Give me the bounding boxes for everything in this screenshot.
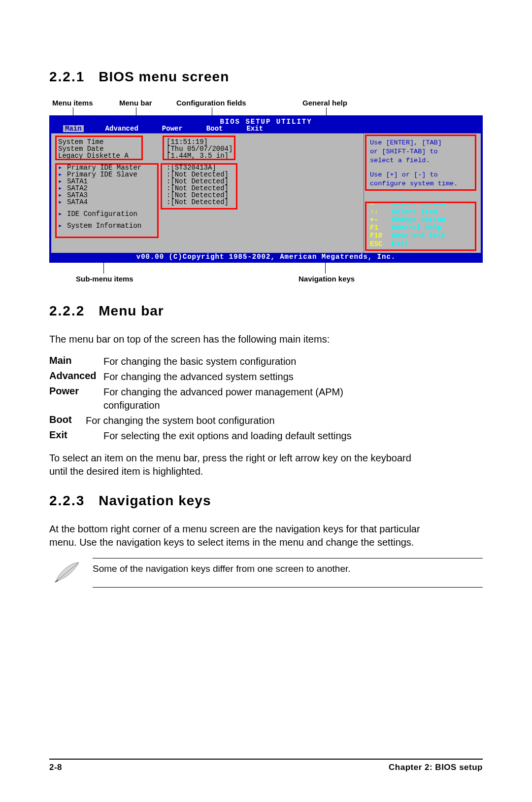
heading-number: 2.2.2 <box>49 303 85 319</box>
bios-row[interactable]: ▸SATA4:[Not Detected] <box>58 199 360 206</box>
bios-row[interactable]: ▸SATA1:[Not Detected] <box>58 178 360 185</box>
bios-nav-keys: ↔Select Screen ↑↓Select Item +-Change Op… <box>367 199 478 250</box>
leader-line <box>325 263 326 274</box>
bios-tab-power[interactable]: Power <box>160 125 185 132</box>
bios-tab-exit[interactable]: Exit <box>244 125 265 132</box>
paragraph: To select an item on the menu bar, press… <box>49 452 414 478</box>
submenu-arrow-icon: ▸ <box>58 210 67 217</box>
bios-row[interactable]: System Time[11:51:19] <box>58 139 360 145</box>
bios-tab-advanced[interactable]: Advanced <box>103 125 140 132</box>
bios-row[interactable]: ▸SATA2:[Not Detected] <box>58 185 360 192</box>
page-footer: 2-8 Chapter 2: BIOS setup <box>49 759 483 772</box>
bios-row[interactable]: ▸System Information <box>58 222 360 229</box>
figure-callouts-bottom: Sub-menu items Navigation keys <box>49 273 483 289</box>
submenu-arrow-icon: ▸ <box>58 178 67 185</box>
heading-number: 2.2.1 <box>49 69 85 85</box>
chapter-label: Chapter 2: BIOS setup <box>389 763 483 772</box>
callout-config-fields: Configuration fields <box>176 99 246 107</box>
submenu-arrow-icon: ▸ <box>58 222 67 229</box>
heading-2-2-3: 2.2.3Navigation keys <box>49 493 483 509</box>
heading-title: Menu bar <box>99 303 164 318</box>
heading-2-2-1: 2.2.1BIOS menu screen <box>49 69 483 85</box>
callout-navkeys: Navigation keys <box>299 275 355 283</box>
leader-line <box>103 263 104 274</box>
submenu-arrow-icon: ▸ <box>58 199 67 206</box>
callout-submenu: Sub-menu items <box>76 275 133 283</box>
callout-menu-items: Menu items <box>52 99 93 107</box>
submenu-arrow-icon: ▸ <box>58 164 67 171</box>
bios-row[interactable]: Legacy Diskette A[1.44M, 3.5 in] <box>58 152 360 159</box>
heading-title: BIOS menu screen <box>99 69 229 84</box>
submenu-arrow-icon: ▸ <box>58 192 67 199</box>
definition-row: AdvancedFor changing the advanced system… <box>49 370 483 384</box>
bios-row[interactable]: ▸Primary IDE Master:[ST320413A] <box>58 164 360 171</box>
bios-menu-bar: Main Advanced Power Boot Exit <box>51 125 481 133</box>
bios-figure: BIOS SETUP UTILITY Main Advanced Power B… <box>49 115 483 263</box>
callout-menu-bar: Menu bar <box>119 99 152 107</box>
definition-row: MainFor changing the basic system config… <box>49 355 483 368</box>
definition-row: BootFor changing the system boot configu… <box>49 414 483 427</box>
bios-row[interactable]: ▸IDE Configuration <box>58 210 360 217</box>
bios-tab-main[interactable]: Main <box>63 125 84 132</box>
paragraph: The menu bar on top of the screen has th… <box>49 333 483 346</box>
note-box: Some of the navigation keys differ from … <box>93 558 483 588</box>
page-number: 2-8 <box>49 763 62 772</box>
submenu-arrow-icon: ▸ <box>58 171 67 178</box>
bios-footer: v00.00 (C)Copyright 1985-2002, American … <box>51 253 481 261</box>
heading-title: Navigation keys <box>99 493 211 508</box>
paragraph: At the bottom right corner of a menu scr… <box>49 523 424 549</box>
note-text: Some of the navigation keys differ from … <box>93 563 351 574</box>
bios-tab-boot[interactable]: Boot <box>204 125 225 132</box>
heading-2-2-2: 2.2.2Menu bar <box>49 303 483 319</box>
bios-row[interactable]: System Date[Thu 05/07/2004] <box>58 145 360 152</box>
bios-help-text: Use [ENTER], [TAB] or [SHIFT-TAB] to sel… <box>367 137 478 189</box>
definition-row: PowerFor changing the advanced power man… <box>49 385 483 412</box>
bios-row[interactable]: ▸Primary IDE Slave:[Not Detected] <box>58 171 360 178</box>
definition-row: ExitFor selecting the exit options and l… <box>49 429 483 443</box>
heading-number: 2.2.3 <box>49 493 85 509</box>
bios-row[interactable]: ▸SATA3:[Not Detected] <box>58 192 360 199</box>
bios-title: BIOS SETUP UTILITY <box>51 117 481 125</box>
figure-callouts-top: Menu items Menu bar Configuration fields… <box>49 99 483 115</box>
submenu-arrow-icon: ▸ <box>58 185 67 192</box>
bios-left-pane: System Time[11:51:19] System Date[Thu 05… <box>51 134 364 253</box>
callout-general-help: General help <box>302 99 347 107</box>
menu-bar-definitions: MainFor changing the basic system config… <box>49 355 483 443</box>
feather-icon <box>53 559 83 584</box>
bios-right-pane: Use [ENTER], [TAB] or [SHIFT-TAB] to sel… <box>364 134 481 253</box>
